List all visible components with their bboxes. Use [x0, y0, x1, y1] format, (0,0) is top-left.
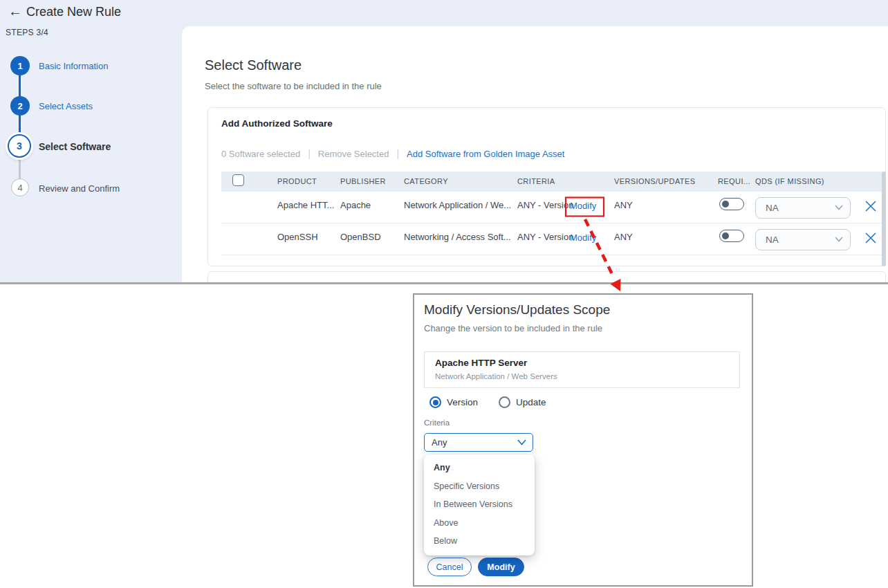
software-summary-box	[424, 351, 740, 388]
modify-criteria-link[interactable]: Modify	[570, 201, 596, 211]
column-header-publisher: PUBLISHER	[340, 177, 386, 185]
select-all-checkbox[interactable]	[232, 174, 244, 186]
cell-publisher: Apache	[340, 200, 371, 210]
qds-select[interactable]: NA	[755, 197, 851, 219]
column-header-category: CATEGORY	[404, 177, 448, 185]
software-name: Apache HTTP Server	[435, 358, 527, 368]
dropdown-option-specific-versions[interactable]: Specific Versions	[424, 477, 535, 496]
column-header-product: PRODUCT	[277, 177, 317, 185]
toolbar-divider: |	[308, 148, 311, 159]
page-subtitle: Select the software to be included in th…	[205, 81, 382, 91]
table-toolbar: 0 Software selected | Remove Selected | …	[221, 148, 564, 159]
cell-publisher: OpenBSD	[340, 232, 381, 242]
dropdown-option-any[interactable]: Any	[424, 459, 535, 477]
remove-row-button[interactable]	[864, 199, 878, 213]
cell-versions: ANY	[614, 232, 633, 242]
back-arrow-icon[interactable]: ←	[8, 3, 22, 19]
qds-select-value: NA	[766, 235, 779, 245]
modal-title: Modify Versions/Updates Scope	[424, 302, 610, 318]
modify-button[interactable]: Modify	[478, 558, 524, 576]
sidebar-item-select-software[interactable]: Select Software	[39, 141, 111, 152]
sidebar-item-basic-information[interactable]: Basic Information	[39, 61, 108, 71]
selected-count-label: 0 Software selected	[221, 149, 300, 159]
cell-criteria: ANY - Version	[517, 232, 573, 242]
close-icon	[864, 199, 878, 213]
column-header-qds: QDS (IF MISSING)	[755, 177, 824, 185]
create-rule-wizard: ← Create New Rule STEPS 3/4 1 Basic Info…	[0, 0, 888, 588]
card-title: Add Authorized Software	[221, 118, 333, 129]
modal-subtitle: Change the version to be included in the…	[424, 323, 602, 333]
remove-selected-button[interactable]: Remove Selected	[318, 149, 389, 159]
sidebar-item-select-assets[interactable]: Select Assets	[39, 101, 93, 111]
column-header-required: REQUI...	[718, 177, 750, 185]
criteria-field-label: Criteria	[424, 419, 450, 427]
column-header-criteria: CRITERIA	[517, 177, 555, 185]
column-header-versions: VERSIONS/UPDATES	[614, 177, 695, 185]
screenshot-cutoff-divider	[0, 282, 888, 284]
radio-unselected-icon	[499, 396, 510, 408]
software-category: Network Application / Web Servers	[435, 372, 557, 380]
cell-versions: ANY	[614, 200, 633, 210]
qds-select[interactable]: NA	[755, 229, 851, 250]
dropdown-option-in-between-versions[interactable]: In Between Versions	[424, 495, 535, 514]
cancel-button[interactable]: Cancel	[427, 558, 472, 576]
row-divider	[221, 255, 885, 255]
wizard-title: Create New Rule	[26, 5, 121, 19]
chevron-down-icon	[835, 237, 843, 242]
sidebar-item-review-confirm[interactable]: Review and Confirm	[39, 183, 120, 194]
dropdown-option-above[interactable]: Above	[424, 514, 535, 533]
cell-category: Network Application / We...	[404, 200, 511, 210]
step-4-circle[interactable]: 4	[11, 178, 29, 196]
chevron-down-icon	[835, 205, 843, 210]
required-toggle[interactable]	[719, 198, 744, 210]
cell-product: OpenSSH	[277, 232, 318, 242]
cell-criteria: ANY - Version	[517, 200, 573, 210]
cell-category: Networking / Access Soft...	[404, 232, 511, 242]
toggle-knob	[722, 201, 729, 208]
radio-update-label: Update	[516, 397, 546, 407]
criteria-dropdown-panel: Any Specific Versions In Between Version…	[424, 454, 535, 555]
radio-selected-icon	[429, 396, 441, 408]
remove-row-button[interactable]	[864, 231, 878, 245]
steps-progress-label: STEPS 3/4	[6, 28, 48, 37]
step-3-circle[interactable]: 3	[8, 134, 31, 158]
radio-version[interactable]: Version	[429, 396, 478, 408]
toggle-knob	[722, 232, 729, 239]
modify-criteria-link[interactable]: Modify	[570, 232, 596, 243]
toolbar-divider: |	[396, 148, 399, 159]
next-section-card-partial	[207, 271, 886, 283]
step-1-circle[interactable]: 1	[10, 56, 30, 75]
close-icon	[864, 231, 878, 245]
cell-product: Apache HTT...	[277, 200, 334, 210]
row-divider	[221, 223, 885, 223]
step-2-circle[interactable]: 2	[10, 96, 30, 116]
radio-version-label: Version	[447, 397, 478, 407]
dropdown-option-below[interactable]: Below	[424, 532, 535, 551]
chevron-down-icon	[517, 439, 526, 445]
qds-select-value: NA	[766, 203, 779, 213]
required-toggle[interactable]	[719, 230, 744, 242]
criteria-select-value: Any	[432, 437, 447, 448]
table-scrollbar[interactable]	[882, 172, 886, 266]
criteria-select[interactable]: Any	[424, 433, 533, 452]
add-software-golden-image-link[interactable]: Add Software from Golden Image Asset	[407, 149, 564, 159]
page-title: Select Software	[205, 57, 302, 73]
radio-update[interactable]: Update	[499, 396, 546, 408]
